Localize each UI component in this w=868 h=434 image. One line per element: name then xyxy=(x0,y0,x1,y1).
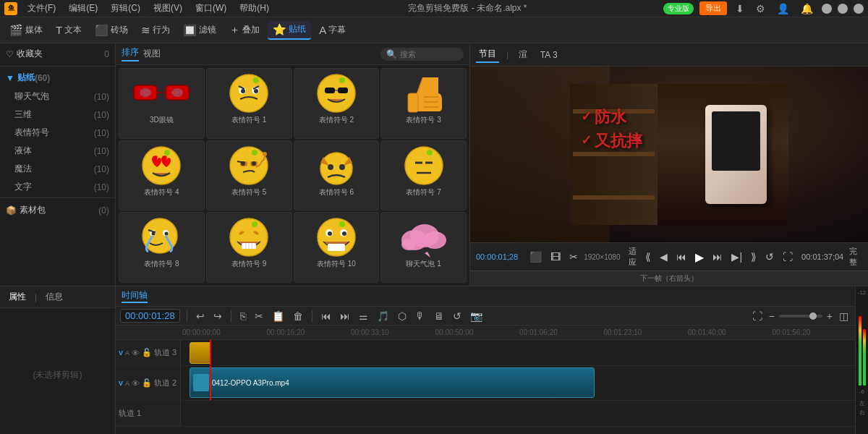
toolbar-behavior[interactable]: ≋ 行为 xyxy=(136,22,175,39)
tab-preview-program[interactable]: 节目 xyxy=(476,46,499,63)
track-a-button-3[interactable]: A xyxy=(125,349,129,357)
settings-icon[interactable]: ⚙ xyxy=(753,3,768,14)
track-content-3[interactable] xyxy=(181,340,855,365)
track-clip-2[interactable]: 0412-OPPO A3Pro.mp4 xyxy=(190,367,595,398)
play-button[interactable]: ▶ xyxy=(692,250,707,265)
sticker-item-8[interactable]: 表情符号 7 xyxy=(380,140,467,211)
rewind-icon[interactable]: ⟪ xyxy=(642,250,654,263)
sticker-item-4[interactable]: 表情符号 3 xyxy=(380,68,467,139)
sticker-item-10[interactable]: 表情符号 9 xyxy=(206,212,292,283)
category-3d[interactable]: 三维 (10) xyxy=(0,106,115,124)
copy-icon[interactable]: ⎘ xyxy=(238,310,248,323)
sticker-emoji-7 xyxy=(316,145,357,186)
user-icon[interactable]: 👤 xyxy=(774,3,792,14)
next-frame-icon[interactable]: ▶| xyxy=(728,250,745,263)
audio-icon[interactable]: 🎵 xyxy=(375,310,391,323)
download-icon[interactable]: ⬇ xyxy=(733,3,747,14)
scissors-icon[interactable]: ✂ xyxy=(566,250,581,263)
sticker-item-3[interactable]: 表情符号 2 xyxy=(294,68,380,139)
category-text[interactable]: 文字 (10) xyxy=(0,178,115,196)
zoom-in-icon[interactable]: + xyxy=(825,310,835,323)
window-close[interactable] xyxy=(854,4,864,14)
redo-icon[interactable]: ↪ xyxy=(211,310,224,323)
sticker-item-7[interactable]: 表情符号 6 xyxy=(294,140,380,211)
fullscreen-icon[interactable]: ⛶ xyxy=(780,250,796,263)
undo-icon[interactable]: ↩ xyxy=(194,310,207,323)
sticker-item-5[interactable]: 表情符号 4 xyxy=(119,140,205,211)
timeline-timecode[interactable]: 00:00:01:28 xyxy=(120,309,180,323)
monitor-icon[interactable]: 🖥 xyxy=(432,310,446,323)
camera-icon[interactable]: 📷 xyxy=(468,310,485,323)
track-eye-3[interactable]: 👁 xyxy=(132,349,140,357)
voice-icon[interactable]: 🎙 xyxy=(413,310,427,323)
paste-icon[interactable]: 📋 xyxy=(270,310,286,323)
track-a-button-2[interactable]: A xyxy=(125,380,129,387)
view-button[interactable]: 视图 xyxy=(143,48,161,60)
track-clip-3[interactable] xyxy=(190,342,211,364)
sticker-item-9[interactable]: 表情符号 8 xyxy=(119,212,205,283)
track-v-button-3[interactable]: V xyxy=(119,349,123,357)
fit-dropdown[interactable]: 适应 xyxy=(626,245,639,268)
zoom-out-icon[interactable]: − xyxy=(767,310,777,323)
track-content-2[interactable]: 0412-OPPO A3Pro.mp4 xyxy=(181,366,855,400)
tab-timeline[interactable]: 时间轴 xyxy=(122,289,148,303)
track-content-1[interactable] xyxy=(181,401,855,426)
material-item[interactable]: 📦 素材包 (0) xyxy=(0,200,115,221)
category-liquid[interactable]: 液体 (10) xyxy=(0,142,115,160)
menu-clip[interactable]: 剪辑(C) xyxy=(108,2,143,14)
category-emoji[interactable]: 表情符号 (10) xyxy=(0,124,115,142)
icon2[interactable]: 🎞 xyxy=(548,250,563,263)
search-input[interactable] xyxy=(400,50,458,59)
tab-preview-source[interactable]: TA 3 xyxy=(537,48,561,61)
menu-view[interactable]: 视图(V) xyxy=(150,2,185,14)
forward-icon[interactable]: ⟫ xyxy=(748,250,760,263)
rotate-icon[interactable]: ↺ xyxy=(451,310,464,323)
export-button[interactable]: 导出 xyxy=(699,1,727,15)
menu-help[interactable]: 帮助(H) xyxy=(237,2,272,14)
sort-button[interactable]: 排序 xyxy=(122,46,139,61)
prev-icon[interactable]: ⏮ xyxy=(673,250,689,263)
tab-preview-render[interactable]: 渲 xyxy=(516,47,530,62)
favorites-item[interactable]: ♡ 收藏夹 0 xyxy=(0,43,115,64)
toolbar-text[interactable]: T 文本 xyxy=(51,22,87,38)
track-eye-2[interactable]: 👁 xyxy=(132,379,140,388)
tab-info[interactable]: 信息 xyxy=(43,289,66,305)
toolbar-field[interactable]: ⬛ 砖场 xyxy=(90,22,133,39)
skip-end-icon[interactable]: ⏭ xyxy=(338,310,352,323)
category-chat[interactable]: 聊天气泡 (10) xyxy=(0,88,115,106)
menu-edit[interactable]: 编辑(E) xyxy=(66,2,101,14)
sticker-item-11[interactable]: 表情符号 10 xyxy=(294,212,380,283)
keyframe-icon[interactable]: ⬡ xyxy=(396,310,409,323)
menu-window[interactable]: 窗口(W) xyxy=(192,2,229,14)
cut-icon[interactable]: ✂ xyxy=(252,310,265,323)
toolbar-add[interactable]: ＋ 叠加 xyxy=(224,21,265,39)
menu-file[interactable]: 文件(F) xyxy=(25,2,59,14)
split-icon[interactable]: ⚌ xyxy=(357,310,370,323)
toolbar-filter[interactable]: 🔲 滤镜 xyxy=(178,22,221,39)
tab-properties[interactable]: 属性 xyxy=(6,289,29,305)
track-lock-2[interactable]: 🔓 xyxy=(142,378,152,388)
track-v-button-2[interactable]: V xyxy=(119,380,123,387)
toolbar-sticker[interactable]: ⭐ 贴纸 xyxy=(268,21,311,40)
zoom-slider[interactable] xyxy=(779,315,822,318)
notification-icon[interactable]: 🔔 xyxy=(798,3,816,14)
track-lock-3[interactable]: 🔓 xyxy=(142,348,152,357)
sticker-header[interactable]: ▼ 贴纸 (60) xyxy=(0,68,115,88)
skip-start-icon[interactable]: ⏮ xyxy=(319,310,333,323)
delete-icon[interactable]: 🗑 xyxy=(291,310,305,323)
prev-frame-icon[interactable]: ◀ xyxy=(657,250,671,263)
category-magic[interactable]: 魔法 (10) xyxy=(0,160,115,178)
timeline-toggle-icon[interactable]: ◫ xyxy=(837,310,851,323)
sticker-item-1[interactable]: 3D眼镜 xyxy=(119,68,205,139)
sticker-item-6[interactable]: 表情符号 5 xyxy=(206,140,292,211)
toolbar-caption[interactable]: A 字幕 xyxy=(314,22,351,38)
sticker-item-2[interactable]: 表情符号 1 xyxy=(206,68,292,139)
loop-icon[interactable]: ↺ xyxy=(762,250,777,263)
icon1[interactable]: ⬛ xyxy=(527,250,545,263)
sticker-item-12[interactable]: 聊天气泡 1 xyxy=(380,212,467,283)
toolbar-media[interactable]: 🎬 媒体 xyxy=(4,22,48,39)
next-icon[interactable]: ⏭ xyxy=(710,250,726,263)
zoom-fit-icon[interactable]: ⛶ xyxy=(750,310,765,323)
window-minimize[interactable] xyxy=(822,4,832,14)
window-maximize[interactable] xyxy=(838,4,848,14)
